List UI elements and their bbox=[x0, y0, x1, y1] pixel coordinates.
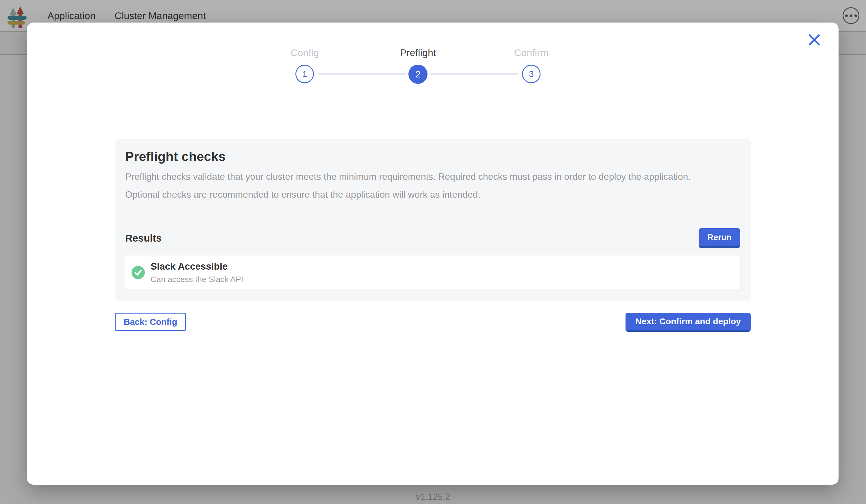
preflight-panel: Preflight checks Preflight checks valida… bbox=[115, 139, 751, 301]
next-confirm-deploy-button[interactable]: Next: Confirm and deploy bbox=[625, 313, 751, 332]
panel-title: Preflight checks bbox=[125, 149, 740, 164]
rerun-button[interactable]: Rerun bbox=[699, 228, 740, 248]
preflight-check-result-card: Slack Accessible Can access the Slack AP… bbox=[125, 256, 740, 290]
panel-description: Preflight checks validate that your clus… bbox=[125, 168, 723, 203]
step-circle: 2 bbox=[409, 65, 428, 84]
step-circle: 1 bbox=[296, 65, 314, 83]
check-title: Slack Accessible bbox=[151, 261, 243, 272]
close-modal-button[interactable] bbox=[807, 32, 822, 47]
step-circle: 3 bbox=[522, 65, 541, 83]
step-label: Config bbox=[290, 47, 319, 58]
preflight-modal: Config 1 Preflight 2 Confirm 3 Preflight… bbox=[27, 23, 839, 485]
step-label: Preflight bbox=[400, 47, 436, 58]
step-config: Config 1 bbox=[248, 47, 361, 83]
step-confirm: Confirm 3 bbox=[475, 47, 588, 83]
results-header-row: Results Rerun bbox=[125, 228, 740, 248]
step-label: Confirm bbox=[514, 47, 548, 58]
modal-actions: Back: Config Next: Confirm and deploy bbox=[115, 313, 751, 332]
check-texts: Slack Accessible Can access the Slack AP… bbox=[151, 261, 243, 284]
check-circle-icon bbox=[132, 266, 145, 279]
back-config-button[interactable]: Back: Config bbox=[115, 313, 186, 331]
check-detail: Can access the Slack API bbox=[151, 275, 243, 284]
screen: Application Cluster Management v1.125.2 … bbox=[0, 0, 866, 504]
step-preflight-active: Preflight 2 bbox=[361, 47, 475, 84]
step-indicator: Config 1 Preflight 2 Confirm 3 bbox=[248, 47, 588, 85]
close-icon bbox=[808, 33, 821, 46]
results-title: Results bbox=[125, 232, 162, 244]
